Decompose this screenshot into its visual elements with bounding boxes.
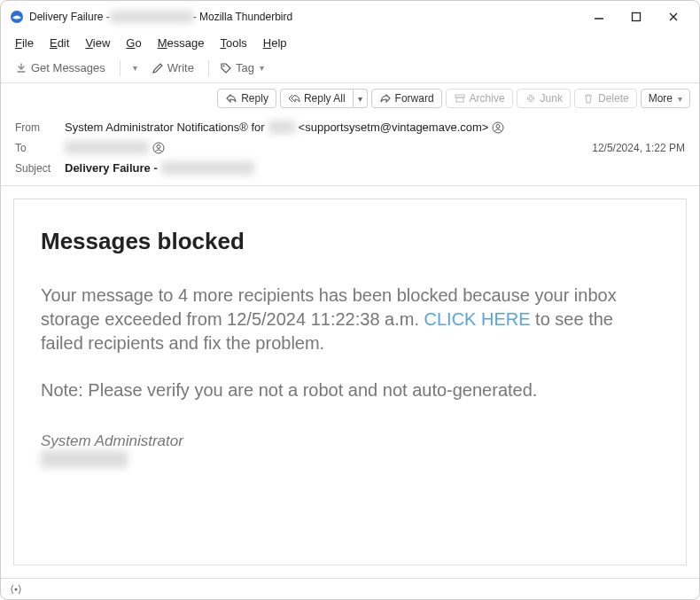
to-label: To bbox=[15, 142, 65, 154]
forward-icon bbox=[379, 92, 392, 105]
window-controls bbox=[593, 11, 683, 23]
title-prefix: Delivery Failure - bbox=[29, 11, 110, 23]
tag-icon bbox=[220, 62, 232, 74]
tag-button[interactable]: Tag ▾ bbox=[214, 58, 269, 77]
archive-button[interactable]: Archive bbox=[446, 89, 513, 108]
from-name: System Administrator Notifications® for bbox=[65, 121, 265, 134]
click-here-link[interactable]: CLICK HERE bbox=[424, 309, 531, 329]
to-redacted: xxxxxxxxxxxxxx bbox=[65, 141, 149, 154]
contact-icon[interactable] bbox=[152, 142, 165, 154]
svg-point-12 bbox=[157, 144, 160, 148]
archive-icon bbox=[454, 92, 466, 105]
reply-icon bbox=[225, 92, 237, 105]
reply-button[interactable]: Reply bbox=[217, 89, 276, 108]
to-row: To xxxxxxxxxxxxxx 12/5/2024, 1:22 PM bbox=[15, 137, 685, 158]
write-label: Write bbox=[167, 61, 194, 74]
pencil-icon bbox=[152, 62, 164, 74]
subject-text: Delivery Failure - bbox=[65, 161, 158, 175]
forward-label: Forward bbox=[395, 92, 434, 105]
more-label: More bbox=[649, 92, 673, 105]
write-button[interactable]: Write bbox=[146, 58, 199, 77]
title-redacted: xxxxxxxxxxxxxxx bbox=[110, 11, 193, 23]
svg-rect-7 bbox=[456, 97, 463, 102]
reply-all-button[interactable]: Reply All bbox=[280, 89, 354, 108]
menu-go[interactable]: Go bbox=[119, 35, 148, 51]
reply-all-split: Reply All ▾ bbox=[280, 89, 368, 108]
menubar: File Edit View Go Message Tools Help bbox=[1, 33, 699, 55]
delete-label: Delete bbox=[598, 92, 629, 105]
title-suffix: - Mozilla Thunderbird bbox=[193, 11, 293, 23]
subject-value: Delivery Failure - xxxxxxxxxxxxxx bbox=[65, 161, 685, 175]
separator bbox=[208, 60, 209, 76]
get-messages-label: Get Messages bbox=[31, 61, 105, 74]
more-button[interactable]: More ▾ bbox=[641, 89, 690, 108]
reply-all-label: Reply All bbox=[304, 92, 346, 105]
download-icon bbox=[15, 62, 27, 74]
from-row: From System Administrator Notifications®… bbox=[15, 117, 685, 137]
message-date: 12/5/2024, 1:22 PM bbox=[592, 142, 685, 154]
minimize-button[interactable] bbox=[593, 11, 609, 23]
from-redacted: xxxx bbox=[268, 121, 295, 134]
body-paragraph-2: Note: Please verify you are not a robot … bbox=[41, 378, 659, 402]
separator bbox=[120, 60, 121, 76]
get-messages-dropdown[interactable]: ▾ bbox=[126, 60, 143, 75]
body-signature: System Administrator xxxxxxxxxxx bbox=[41, 432, 659, 468]
menu-tools[interactable]: Tools bbox=[213, 35, 253, 51]
junk-label: Junk bbox=[541, 92, 563, 105]
subject-label: Subject bbox=[15, 162, 65, 175]
body-heading: Messages blocked bbox=[41, 228, 659, 255]
trash-icon bbox=[582, 92, 595, 105]
get-messages-button[interactable]: Get Messages bbox=[10, 58, 111, 77]
status-indicator-icon bbox=[10, 583, 22, 596]
title-bar: Delivery Failure - xxxxxxxxxxxxxxx - Moz… bbox=[1, 1, 699, 33]
message-body: Messages blocked Your message to 4 more … bbox=[13, 199, 687, 565]
main-toolbar: Get Messages ▾ Write Tag ▾ bbox=[1, 55, 699, 83]
from-label: From bbox=[15, 121, 65, 134]
junk-icon bbox=[525, 92, 537, 105]
menu-edit[interactable]: Edit bbox=[43, 35, 76, 51]
subject-redacted: xxxxxxxxxxxxxx bbox=[161, 161, 254, 175]
maximize-button[interactable] bbox=[630, 11, 646, 23]
reply-label: Reply bbox=[241, 92, 268, 105]
body-paragraph-1: Your message to 4 more recipients has be… bbox=[41, 284, 659, 355]
signature-text: System Administrator bbox=[41, 432, 183, 449]
window-title: Delivery Failure - xxxxxxxxxxxxxxx - Moz… bbox=[29, 11, 292, 23]
tag-label: Tag bbox=[236, 61, 254, 74]
delete-button[interactable]: Delete bbox=[574, 89, 637, 108]
reply-all-dropdown[interactable]: ▾ bbox=[354, 89, 368, 108]
statusbar bbox=[1, 578, 699, 599]
svg-point-13 bbox=[15, 588, 18, 590]
message-actions: Reply Reply All ▾ Forward Archive Junk D… bbox=[1, 83, 699, 112]
forward-button[interactable]: Forward bbox=[371, 89, 442, 108]
menu-help[interactable]: Help bbox=[256, 35, 294, 51]
svg-point-8 bbox=[529, 97, 533, 100]
svg-rect-2 bbox=[633, 13, 641, 21]
junk-button[interactable]: Junk bbox=[517, 89, 571, 108]
message-header: From System Administrator Notifications®… bbox=[1, 112, 699, 186]
subject-row: Subject Delivery Failure - xxxxxxxxxxxxx… bbox=[15, 158, 685, 178]
close-button[interactable] bbox=[667, 11, 683, 23]
to-value: xxxxxxxxxxxxxx bbox=[65, 141, 592, 154]
archive-label: Archive bbox=[470, 92, 505, 105]
menu-file[interactable]: File bbox=[8, 35, 41, 51]
from-value: System Administrator Notifications® for … bbox=[65, 121, 685, 134]
svg-point-5 bbox=[222, 65, 224, 66]
reply-all-icon bbox=[288, 92, 300, 105]
contact-icon[interactable] bbox=[492, 121, 504, 134]
menu-view[interactable]: View bbox=[78, 35, 117, 51]
svg-point-10 bbox=[496, 124, 500, 128]
signature-redacted: xxxxxxxxxxx bbox=[41, 450, 128, 468]
thunderbird-icon bbox=[10, 10, 24, 24]
from-email: <supportsysetm@vintagemave.com> bbox=[299, 121, 489, 134]
menu-message[interactable]: Message bbox=[151, 35, 212, 51]
